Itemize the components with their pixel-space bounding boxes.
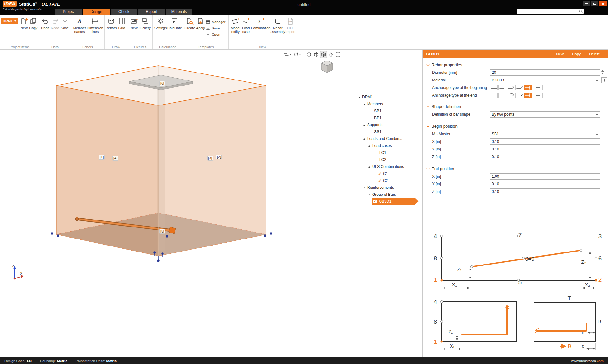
- new-rebar-button[interactable]: New: [556, 52, 564, 56]
- expand-icon[interactable]: [363, 187, 365, 188]
- rebars-button[interactable]: Rebars: [106, 16, 117, 30]
- model-entity-button[interactable]: Model entity: [230, 16, 241, 34]
- tree-item-gb3d1-selected[interactable]: ✓GB3D1: [372, 198, 419, 205]
- tree-item-ss1[interactable]: SS1: [374, 129, 381, 135]
- expand-icon[interactable]: [358, 96, 360, 98]
- begin-y-input[interactable]: [490, 146, 600, 152]
- section-end-position[interactable]: End position: [426, 166, 454, 171]
- diameter-input[interactable]: [490, 69, 600, 76]
- template-open-button[interactable]: Open: [206, 32, 226, 37]
- material-select[interactable]: B 500B: [490, 77, 600, 83]
- view-transparent-button[interactable]: [320, 51, 327, 58]
- diameter-stepper[interactable]: [601, 70, 604, 74]
- tree-item-load-cases[interactable]: Load cases: [368, 143, 392, 149]
- settings-button[interactable]: Settings: [154, 16, 167, 30]
- check-icon[interactable]: ✓: [378, 171, 381, 176]
- fullscreen-button[interactable]: [335, 51, 341, 58]
- search-input[interactable]: [517, 9, 579, 13]
- member-names-button[interactable]: A Member names: [72, 16, 87, 34]
- tree-item-uls-combinations[interactable]: ULS Combinations: [368, 163, 404, 170]
- anchorage-bend-90-button[interactable]: [498, 93, 506, 98]
- tree-item-drm1[interactable]: DRM1: [358, 94, 373, 100]
- delete-rebar-button[interactable]: Delete: [589, 52, 600, 56]
- save-button[interactable]: Save: [60, 16, 70, 30]
- expand-icon[interactable]: [368, 194, 370, 195]
- model-viewport[interactable]: Z X [1] [2] [3] [4] [5] [6]: [0, 50, 344, 357]
- tree-item-supports[interactable]: Supports: [363, 122, 382, 128]
- anchorage-hook-180-button[interactable]: [507, 93, 515, 98]
- clipping-box-button[interactable]: [283, 51, 292, 58]
- gallery-button[interactable]: Gallery: [139, 16, 151, 30]
- combination-button[interactable]: Σ Combination: [251, 16, 271, 30]
- gb3d1-checkbox[interactable]: ✓: [373, 200, 377, 203]
- begin-z-input[interactable]: [490, 154, 600, 160]
- anchorage-straight-button[interactable]: [490, 93, 498, 98]
- section-rebar-properties[interactable]: Rebar properties: [426, 62, 462, 67]
- minimize-button[interactable]: [583, 1, 590, 6]
- begin-x-input[interactable]: [490, 138, 600, 145]
- rebar-assembly-button[interactable]: Rebar assembly: [270, 16, 285, 34]
- expand-icon[interactable]: [363, 103, 365, 105]
- end-x-input[interactable]: [490, 173, 600, 180]
- close-button[interactable]: [599, 1, 607, 6]
- template-save-button[interactable]: Save: [206, 25, 226, 31]
- anchorage-hook-135-button[interactable]: [515, 85, 523, 90]
- create-template-button[interactable]: Create: [184, 16, 195, 30]
- tree-item-sb1[interactable]: SB1: [374, 108, 381, 114]
- add-material-button[interactable]: [601, 77, 607, 83]
- expand-icon[interactable]: [363, 138, 365, 140]
- master-select[interactable]: SB1: [490, 131, 600, 137]
- anchorage-head-button-selected[interactable]: [524, 85, 532, 90]
- copy-project-item-button[interactable]: Copy: [29, 16, 38, 30]
- anchorage-bend-90-button[interactable]: [498, 85, 506, 90]
- stepper-up-icon[interactable]: [601, 70, 604, 72]
- stepper-down-icon[interactable]: [601, 73, 604, 74]
- template-manager-button[interactable]: Manager: [206, 19, 226, 25]
- copy-rebar-button[interactable]: Copy: [572, 52, 581, 56]
- calculate-button[interactable]: Calculate: [167, 16, 182, 30]
- website-link[interactable]: www.ideastatica.com: [571, 359, 604, 363]
- zoom-all-button[interactable]: [328, 51, 334, 58]
- anchorage-straight-button[interactable]: [490, 85, 498, 90]
- view-solid-button[interactable]: [313, 51, 319, 58]
- tree-item-c1[interactable]: ✓C1: [378, 170, 388, 177]
- redo-button[interactable]: Redo: [50, 16, 60, 30]
- anchorage-hook-180-button[interactable]: [507, 85, 515, 90]
- tree-item-lc1[interactable]: LC1: [379, 150, 386, 156]
- tab-design[interactable]: Design: [83, 9, 110, 15]
- anchorage-hook-135-button[interactable]: [515, 93, 523, 98]
- tree-item-bp1[interactable]: BP1: [374, 115, 381, 121]
- section-shape-definition[interactable]: Shape definition: [426, 104, 461, 109]
- search-icon[interactable]: [579, 9, 583, 13]
- anchorage-continuous-button[interactable]: [535, 85, 543, 90]
- dimension-lines-button[interactable]: Dimension lines: [87, 16, 103, 34]
- rotate-view-button[interactable]: [293, 51, 302, 58]
- tab-report[interactable]: Report: [138, 9, 165, 15]
- tree-item-loads[interactable]: Loads and Combin...: [363, 136, 402, 142]
- section-begin-position[interactable]: Begin position: [426, 124, 458, 129]
- check-icon[interactable]: ✓: [378, 178, 381, 183]
- tab-check[interactable]: Check: [111, 9, 137, 15]
- maximize-button[interactable]: [591, 1, 598, 6]
- new-picture-button[interactable]: New: [129, 16, 139, 30]
- tree-item-c2[interactable]: ✓C2: [378, 177, 388, 184]
- tree-item-members[interactable]: Members: [363, 101, 383, 107]
- load-case-button[interactable]: Load case: [241, 16, 251, 34]
- view-wireframe-button[interactable]: [306, 51, 312, 58]
- end-y-input[interactable]: [490, 181, 600, 187]
- expand-icon[interactable]: [368, 145, 370, 147]
- bar-shape-select[interactable]: By two points: [490, 111, 600, 118]
- tree-item-group-of-bars[interactable]: Group of Bars: [368, 191, 396, 198]
- 3d-scene[interactable]: Z X: [0, 50, 344, 357]
- tree-item-reinforcements[interactable]: Reinforcements: [363, 184, 394, 191]
- dxf-import-button[interactable]: DXF DXF Import: [285, 16, 296, 34]
- undo-button[interactable]: Undo: [40, 16, 50, 30]
- tab-materials[interactable]: Materials: [166, 9, 192, 15]
- project-item-selector[interactable]: DRM1: [1, 18, 18, 24]
- anchorage-continuous-button[interactable]: [535, 93, 543, 98]
- anchorage-head-button-selected[interactable]: [524, 93, 532, 98]
- tree-item-lc2[interactable]: LC2: [379, 156, 386, 163]
- end-z-input[interactable]: [490, 188, 600, 195]
- navigation-cube[interactable]: [318, 59, 336, 76]
- grid-button[interactable]: Grid: [117, 16, 127, 30]
